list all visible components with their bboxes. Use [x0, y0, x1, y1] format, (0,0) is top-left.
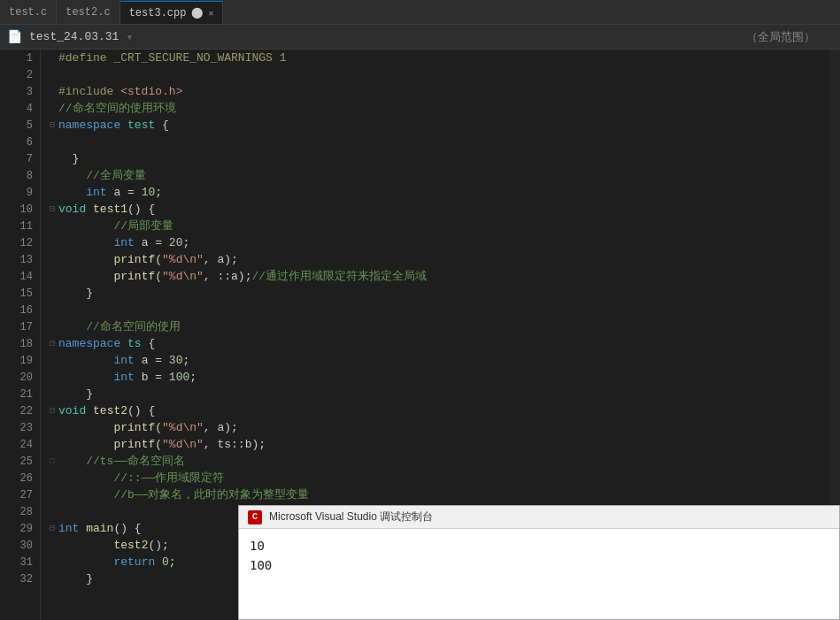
code-line: //::——作用域限定符	[46, 470, 829, 486]
code-line: □ //ts——命名空间名	[46, 453, 829, 470]
tab-label-test-c: test.c	[9, 6, 47, 19]
line-number: 11	[0, 218, 40, 234]
fold-indicator[interactable]: ⊟	[46, 201, 58, 218]
token-plain: }	[58, 285, 93, 302]
fold-indicator[interactable]: ⊟	[46, 335, 58, 352]
token-plain	[58, 352, 113, 369]
token-inc: <stdio.h>	[120, 83, 182, 100]
fold-indicator[interactable]: □	[46, 453, 58, 470]
token-num: 20	[169, 234, 183, 251]
token-cmt: //::——作用域限定符	[113, 470, 224, 486]
token-cmt: //局部变量	[113, 218, 173, 234]
token-kw: int	[58, 520, 79, 537]
line-number: 23	[0, 419, 40, 436]
token-plain	[58, 436, 113, 453]
debug-title-icon: C	[248, 510, 262, 524]
token-kw: int	[113, 352, 134, 369]
code-line	[46, 302, 829, 318]
tab-test-c[interactable]: test.c	[0, 1, 57, 24]
token-plain	[120, 335, 127, 352]
token-plain	[120, 117, 127, 134]
debug-title-text: Microsoft Visual Studio 调试控制台	[269, 509, 433, 524]
line-number: 13	[0, 251, 40, 268]
code-line: int a = 20;	[46, 234, 829, 251]
code-line: ⊟namespace ts {	[46, 335, 829, 352]
toolbar-dropdown-arrow[interactable]: ▾	[126, 30, 133, 44]
token-plain: ;	[182, 234, 189, 251]
line-number: 24	[0, 436, 40, 453]
code-line: //局部变量	[46, 218, 829, 234]
token-fn: test1	[93, 201, 127, 218]
code-line: //全局变量	[46, 167, 829, 184]
code-line: printf("%d\n", ts::b);	[46, 436, 829, 453]
fold-indicator	[46, 503, 58, 520]
code-line	[46, 134, 829, 150]
tab-close-button[interactable]: ✕	[208, 8, 213, 19]
token-fn: main	[86, 520, 113, 537]
line-number: 1	[0, 50, 40, 66]
token-pre: #include	[58, 83, 120, 100]
line-number: 27	[0, 486, 40, 503]
line-number: 32	[0, 570, 40, 587]
fold-indicator	[46, 318, 58, 335]
line-number: 16	[0, 302, 40, 318]
token-kw: int	[113, 234, 134, 251]
line-number: 12	[0, 234, 40, 251]
token-plain: a =	[135, 352, 169, 369]
fold-indicator[interactable]: ⊟	[46, 117, 58, 134]
token-plain: (	[155, 268, 162, 285]
line-number: 30	[0, 537, 40, 554]
fold-indicator	[46, 50, 58, 66]
token-plain: ;	[155, 184, 162, 201]
line-number: 14	[0, 268, 40, 285]
tab-bar: test.c test2.c test3.cpp ⬤ ✕	[0, 0, 840, 25]
fold-indicator	[46, 570, 58, 587]
code-line: int a = 10;	[46, 184, 829, 201]
fold-indicator	[46, 83, 58, 100]
fold-indicator	[46, 251, 58, 268]
fold-indicator	[46, 285, 58, 302]
fold-indicator	[46, 537, 58, 554]
token-fn: test2	[93, 402, 127, 419]
line-number: 10	[0, 201, 40, 218]
token-num: 10	[142, 184, 156, 201]
token-plain: , a);	[204, 419, 238, 436]
file-icon: 📄	[7, 29, 22, 44]
token-str: "%d\n"	[162, 419, 204, 436]
code-line: //命名空间的使用	[46, 318, 829, 335]
fold-indicator	[46, 66, 58, 83]
token-plain: , ts::b);	[204, 436, 266, 453]
token-str: "%d\n"	[162, 251, 204, 268]
fold-indicator	[46, 302, 58, 318]
token-plain	[58, 419, 113, 436]
line-number: 7	[0, 150, 40, 167]
token-plain: a =	[135, 234, 169, 251]
fold-indicator	[46, 184, 58, 201]
fold-indicator[interactable]: ⊟	[46, 402, 58, 419]
tab-test3-cpp[interactable]: test3.cpp ⬤ ✕	[120, 1, 224, 24]
line-number: 2	[0, 66, 40, 83]
token-kw2: void	[58, 201, 86, 218]
editor-container: 1234567891011121314151617181920212223242…	[0, 50, 840, 620]
token-plain: ();	[148, 537, 168, 554]
token-kw: int	[86, 184, 106, 201]
fold-indicator[interactable]: ⊟	[46, 520, 58, 537]
tab-test2-c[interactable]: test2.c	[57, 1, 119, 24]
fold-indicator	[46, 436, 58, 453]
token-plain: {	[142, 335, 156, 352]
code-line: int a = 30;	[46, 352, 829, 369]
token-cmt: //命名空间的使用	[86, 318, 181, 335]
line-number: 21	[0, 386, 40, 402]
line-number-gutter: 1234567891011121314151617181920212223242…	[0, 50, 41, 620]
token-kw2: void	[58, 402, 86, 419]
debug-output-line: 10	[250, 536, 828, 555]
line-number: 28	[0, 503, 40, 520]
line-number: 17	[0, 318, 40, 335]
debug-output-line: 100	[250, 555, 828, 575]
debug-content: 10100	[239, 529, 839, 582]
token-plain	[58, 486, 113, 503]
code-line	[46, 66, 829, 83]
token-plain: b =	[135, 369, 169, 386]
line-number: 3	[0, 83, 40, 100]
token-plain: ;	[189, 369, 197, 386]
